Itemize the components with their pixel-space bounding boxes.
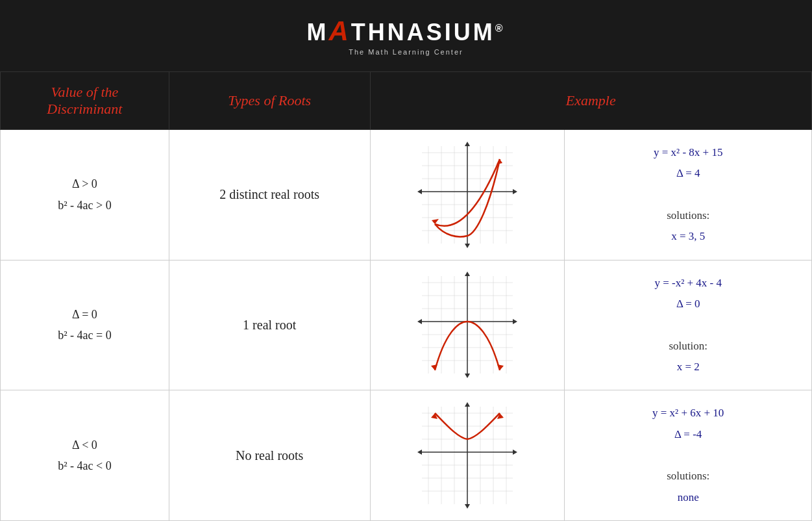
example-solutions-val-2: x = 2: [571, 357, 805, 377]
logo-subtitle: The Math Learning Center: [349, 48, 463, 56]
example-solutions-label-3: solutions:: [571, 466, 805, 487]
example-eq-2: y = -x² + 4x - 4: [571, 273, 805, 294]
discriminant-line1-1: Δ > 0: [72, 177, 97, 190]
example-eq-3: y = x² + 6x + 10: [571, 403, 805, 424]
col-header-example: Example: [370, 72, 811, 130]
svg-marker-63: [513, 450, 517, 455]
graph-svg-2: [415, 270, 519, 380]
svg-marker-17: [465, 244, 470, 248]
discriminant-line2-2: b² - 4ac = 0: [58, 329, 112, 342]
svg-marker-40: [417, 319, 422, 324]
roots-type-cell-3: No real roots: [169, 390, 370, 521]
graph-svg-3: [415, 400, 519, 511]
table-row: Δ > 0 b² - 4ac > 0 2 distinct real roots: [1, 130, 812, 260]
svg-marker-38: [465, 272, 470, 276]
col-header-discriminant: Value of theDiscriminant: [1, 72, 169, 130]
discriminant-cell-2: Δ = 0 b² - 4ac = 0: [1, 260, 169, 390]
svg-marker-19: [513, 189, 517, 194]
roots-type-cell-1: 2 distinct real roots: [169, 130, 370, 260]
example-solutions-val-3: none: [571, 487, 805, 508]
discriminant-line1-3: Δ < 0: [72, 438, 97, 451]
graph-cell-1: [370, 130, 565, 260]
example-delta-3: Δ = -4: [571, 424, 805, 445]
example-delta-2: Δ = 0: [571, 294, 805, 314]
table-header-row: Value of theDiscriminant Types of Roots …: [1, 72, 812, 130]
svg-marker-60: [465, 402, 470, 407]
col-header-roots: Types of Roots: [169, 72, 370, 130]
graph-svg-1: [415, 140, 519, 250]
table-row: Δ = 0 b² - 4ac = 0 1 real root: [1, 260, 812, 390]
svg-marker-16: [465, 142, 470, 146]
discriminant-line2-1: b² - 4ac > 0: [58, 199, 112, 212]
example-solutions-label-1: solutions:: [571, 205, 805, 226]
example-delta-1: Δ = 4: [571, 163, 805, 184]
logo: MATHNASIUM® The Math Learning Center: [306, 16, 505, 56]
svg-marker-39: [465, 374, 470, 378]
header: MATHNASIUM® The Math Learning Center: [0, 0, 812, 71]
graph-cell-3: [370, 390, 565, 521]
svg-marker-20: [432, 219, 439, 224]
example-text-cell-1: y = x² - 8x + 15 Δ = 4 solutions: x = 3,…: [565, 130, 812, 260]
main-table: Value of theDiscriminant Types of Roots …: [0, 71, 812, 521]
svg-marker-18: [417, 189, 422, 194]
example-eq-1: y = x² - 8x + 15: [571, 142, 805, 163]
discriminant-cell-3: Δ < 0 b² - 4ac < 0: [1, 390, 169, 521]
example-solutions-val-1: x = 3, 5: [571, 226, 805, 247]
discriminant-line2-3: b² - 4ac < 0: [58, 459, 112, 472]
discriminant-cell-1: Δ > 0 b² - 4ac > 0: [1, 130, 169, 260]
roots-type-cell-2: 1 real root: [169, 260, 370, 390]
logo-text: MATHNASIUM®: [306, 16, 505, 47]
example-text-cell-2: y = -x² + 4x - 4 Δ = 0 solution: x = 2: [565, 260, 812, 390]
discriminant-line1-2: Δ = 0: [72, 308, 97, 321]
graph-cell-2: [370, 260, 565, 390]
svg-marker-41: [513, 319, 517, 324]
example-solutions-label-2: solution:: [571, 336, 805, 357]
logo-a: A: [328, 16, 351, 46]
table-row: Δ < 0 b² - 4ac < 0 No real roots: [1, 390, 812, 521]
example-text-cell-3: y = x² + 6x + 10 Δ = -4 solutions: none: [565, 390, 812, 521]
svg-marker-62: [417, 450, 422, 455]
svg-marker-21: [497, 159, 502, 164]
svg-marker-61: [465, 504, 470, 509]
